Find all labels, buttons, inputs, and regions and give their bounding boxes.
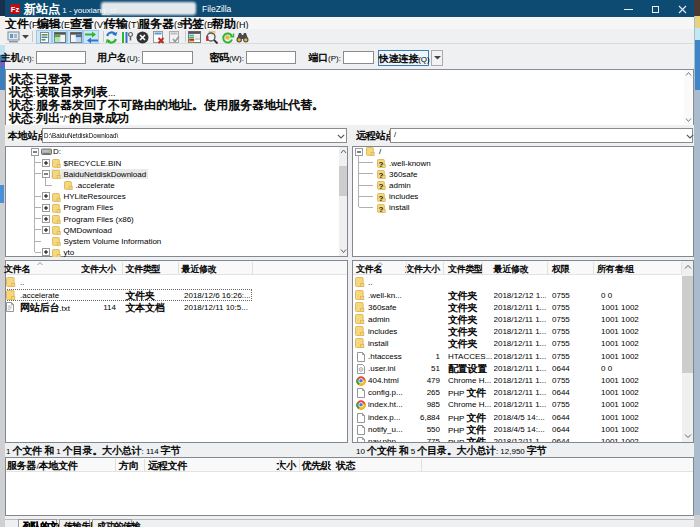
- svg-text:Fz: Fz: [11, 5, 20, 14]
- svg-text:?: ?: [379, 159, 384, 168]
- svg-text:?: ?: [379, 193, 384, 202]
- svg-text:?: ?: [379, 182, 384, 191]
- svg-text:?: ?: [379, 204, 384, 213]
- svg-text:?: ?: [379, 171, 384, 180]
